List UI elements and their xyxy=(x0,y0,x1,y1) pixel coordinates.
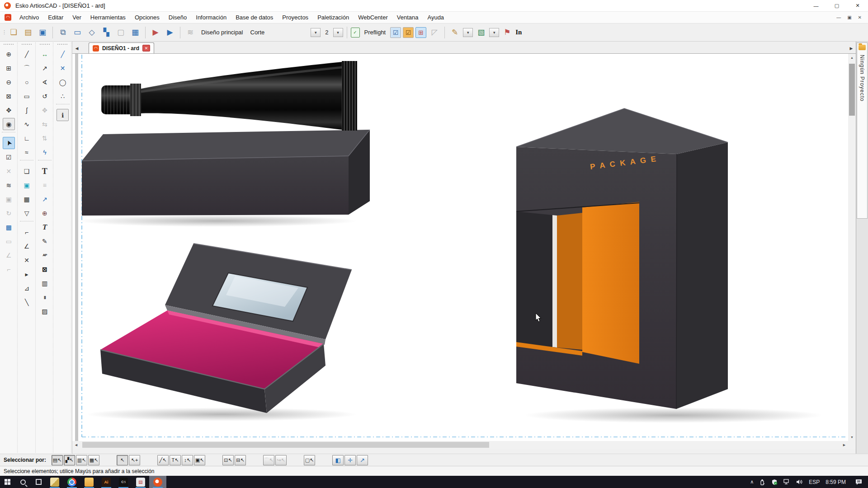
scroll-down-icon[interactable]: ▼ xyxy=(848,433,856,441)
select-add-tool[interactable]: ☑ xyxy=(3,151,15,163)
hatch-tool[interactable]: ▨ xyxy=(38,305,51,317)
auto-check-orange-button[interactable]: ☑ xyxy=(403,27,414,38)
layer-dropdown-button[interactable]: ▾ xyxy=(311,28,321,37)
perpendicular-tool[interactable]: ∟ xyxy=(21,132,33,144)
spec-sheet-button[interactable]: ▦ xyxy=(129,26,142,39)
network-icon[interactable] xyxy=(783,479,790,485)
document-tab[interactable]: ◠ DISEÑO1 - ard ✕ xyxy=(89,42,154,53)
rectangle-tool[interactable]: ▭ xyxy=(21,90,33,102)
slope-tool[interactable]: ⊿ xyxy=(21,282,33,294)
barcode-tool[interactable]: ||| xyxy=(38,291,51,303)
security-shield-icon[interactable] xyxy=(771,479,778,485)
task-view-button[interactable] xyxy=(31,476,46,488)
tab-scroll-left-button[interactable]: ◀ xyxy=(72,43,81,53)
menu-item[interactable]: Ayuda xyxy=(423,12,448,23)
zoom-window-view[interactable]: ◧ xyxy=(332,455,344,465)
zoom-window-tool[interactable]: ⊞ xyxy=(3,62,15,74)
select-tool[interactable]: ➤ xyxy=(3,137,15,149)
taskbar-app-illustrator[interactable]: Ai xyxy=(98,476,115,488)
sequence-tool[interactable]: ≋ xyxy=(3,179,15,191)
clock[interactable]: 8:59 PM xyxy=(826,479,846,485)
scroll-right-icon[interactable]: ▶ xyxy=(840,441,848,449)
open-button[interactable]: ❏ xyxy=(7,26,20,39)
taskbar-app-notes[interactable]: ▤ xyxy=(132,476,149,488)
scroll-up-icon[interactable]: ▲ xyxy=(848,54,856,61)
break-tool[interactable]: ✕ xyxy=(57,62,69,74)
select-curve[interactable]: ⌒↖ xyxy=(263,455,274,465)
taskbar-app-chrome[interactable] xyxy=(63,476,80,488)
zoom-out-tool[interactable]: ⊖ xyxy=(3,76,15,88)
circle-tool[interactable]: ○ xyxy=(21,76,33,88)
open-carton-button[interactable]: ▤ xyxy=(22,26,34,39)
italic-text-tool[interactable]: T xyxy=(38,221,51,233)
select-single[interactable]: ↖ xyxy=(117,455,128,465)
arrowhead-tool[interactable]: ▸ xyxy=(21,268,33,280)
toolbar-grip[interactable]: ⋮⋮ xyxy=(2,29,5,35)
move-point-tool[interactable]: ✥ xyxy=(38,104,51,116)
minimize-button[interactable]: — xyxy=(806,0,826,11)
mirror-tool[interactable]: ╲ xyxy=(21,296,33,308)
maximize-button[interactable]: ▢ xyxy=(826,0,847,11)
select-by-part[interactable]: ▞↖ xyxy=(64,455,75,465)
arrow-tool[interactable]: ↗ xyxy=(38,193,51,205)
menu-item[interactable]: Ver xyxy=(68,12,86,23)
doc-close-button[interactable]: ✕ xyxy=(858,15,862,20)
panel-tool[interactable]: ▣ xyxy=(21,179,33,191)
tool-button[interactable] xyxy=(2,132,15,135)
usb-icon[interactable] xyxy=(760,479,765,485)
save-button[interactable]: ▣ xyxy=(36,26,49,39)
doc-minimize-button[interactable]: — xyxy=(836,15,841,20)
rotate-tool[interactable]: ↻ xyxy=(3,207,15,219)
taskbar-app-explorer[interactable] xyxy=(80,476,98,488)
move-object-tool[interactable]: ⇆ xyxy=(38,118,51,130)
design-canvas[interactable]: P A C K A G E xyxy=(72,54,848,441)
project-panel-tab[interactable]: Ningún Proyecto xyxy=(857,42,868,219)
horizontal-scrollbar[interactable]: ◀ ▶ xyxy=(72,441,848,449)
pan-tool[interactable]: ✥ xyxy=(3,104,15,116)
radius-tool[interactable]: ↺ xyxy=(38,90,51,102)
tab-scroll-right-button[interactable]: ▶ xyxy=(847,43,856,53)
scroll-left-icon[interactable]: ◀ xyxy=(72,441,80,449)
menu-item[interactable]: WebCenter xyxy=(354,12,392,23)
fit-view[interactable]: ↗ xyxy=(357,455,368,465)
taskbar-app-artioscad[interactable] xyxy=(149,476,166,488)
hatch-cube-tool[interactable]: ▩ xyxy=(3,221,15,233)
tool-button[interactable] xyxy=(20,160,33,163)
select-inside[interactable]: ⊡↖ xyxy=(222,455,234,465)
line-tool[interactable]: ╱ xyxy=(21,48,33,60)
start-button[interactable] xyxy=(0,476,15,488)
units-inches-label[interactable]: In xyxy=(515,28,522,36)
angle-tool[interactable]: ∠ xyxy=(3,249,15,261)
tool-button[interactable] xyxy=(38,160,52,163)
map-button[interactable]: ▧ xyxy=(475,26,487,39)
freehand-tool[interactable]: ≈ xyxy=(21,146,33,158)
convert-red-arrow-button[interactable]: ▶ xyxy=(149,26,162,39)
notification-center-icon[interactable] xyxy=(852,476,865,488)
menu-item[interactable]: Información xyxy=(191,12,231,23)
measure-tool[interactable]: ↔ xyxy=(38,48,51,60)
select-crossing[interactable]: ⊟↖ xyxy=(235,455,246,465)
menu-item[interactable]: Proyectos xyxy=(278,12,313,23)
menu-item[interactable]: Herramientas xyxy=(86,12,130,23)
menu-item[interactable]: Ventana xyxy=(392,12,423,23)
language-indicator[interactable]: ESP xyxy=(809,479,820,485)
group-tool[interactable]: ▭ xyxy=(3,235,15,247)
arc-tool[interactable]: ⌒ xyxy=(21,62,33,74)
select-by-class[interactable]: ▦↖ xyxy=(88,455,99,465)
center-view[interactable]: ✛ xyxy=(344,455,356,465)
layout-button[interactable]: ▚ xyxy=(100,26,113,39)
corner-mode-button[interactable]: ◸ xyxy=(428,26,441,39)
stretch-tool[interactable]: ⇅ xyxy=(38,132,51,144)
bezier-tool[interactable]: ∿ xyxy=(21,118,33,130)
page-setup-tool[interactable]: ❏ xyxy=(21,165,33,177)
vertical-scrollbar[interactable]: ▲ ▼ xyxy=(848,54,856,441)
select-by-layer[interactable]: ▥↖ xyxy=(76,455,87,465)
menu-item[interactable]: Opciones xyxy=(130,12,164,23)
info-tool[interactable]: ℹ xyxy=(57,109,69,121)
trim-tool[interactable]: ∴ xyxy=(57,90,69,102)
cut-tool[interactable]: ✕ xyxy=(21,254,33,266)
corner-tool[interactable]: ⌐ xyxy=(3,263,15,275)
curve-tool[interactable]: ʃ xyxy=(21,104,33,116)
chamfer-tool[interactable]: ⌐ xyxy=(21,226,33,238)
flag-button[interactable]: ⚑ xyxy=(501,26,514,39)
